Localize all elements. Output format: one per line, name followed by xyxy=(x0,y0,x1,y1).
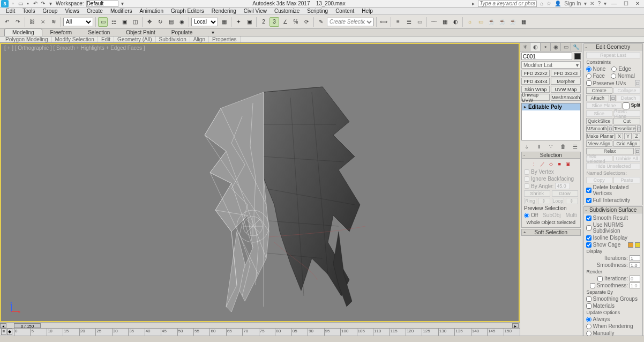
material-editor-icon[interactable]: ◐ xyxy=(451,17,460,27)
star-icon[interactable]: ☆ xyxy=(546,1,551,6)
qat-more-icon[interactable]: ▾ xyxy=(47,1,54,7)
layer-explorer-icon[interactable]: ☰ xyxy=(404,17,414,27)
smooth-result-check[interactable] xyxy=(586,215,591,221)
display-tab-icon[interactable]: ▭ xyxy=(561,43,571,51)
mod-ffd333[interactable]: FFD 3x3x3 xyxy=(551,70,580,77)
remove-mod-icon[interactable]: 🗑 xyxy=(559,143,567,150)
relax-opt-icon[interactable]: □ xyxy=(635,148,640,154)
panel-align[interactable]: Align xyxy=(190,36,209,42)
render-activeshade-icon[interactable]: ☕ xyxy=(508,17,518,27)
subobj-vertex-icon[interactable]: ⋮ xyxy=(530,161,537,167)
angle-snap-icon[interactable]: ∠ xyxy=(280,17,290,27)
undo-icon[interactable]: ↶ xyxy=(2,17,12,27)
timeslider-left-icon[interactable]: ◂ xyxy=(0,323,6,328)
snap-3d-icon[interactable]: 3 xyxy=(269,17,279,27)
upd-whenrender-radio[interactable] xyxy=(586,324,591,329)
attach-button[interactable]: Attach xyxy=(586,95,610,101)
menu-group[interactable]: Group xyxy=(39,8,62,14)
align-icon[interactable]: ≡ xyxy=(393,17,403,27)
display-smoothness-spinner[interactable]: 1.0 xyxy=(630,262,640,268)
render-production-icon[interactable]: ☕ xyxy=(486,17,496,27)
mesh-object[interactable] xyxy=(151,71,376,323)
subobj-polygon-icon[interactable]: ■ xyxy=(556,161,563,167)
panel-subdivision[interactable]: Subdivision xyxy=(156,36,190,42)
qat-save-icon[interactable]: ▪ xyxy=(25,1,31,7)
sep-smgroups-check[interactable] xyxy=(586,296,591,302)
workspace-select[interactable] xyxy=(86,1,118,7)
search-input[interactable] xyxy=(478,1,537,7)
subobj-edge-icon[interactable]: ／ xyxy=(539,161,545,167)
qat-redo-icon[interactable]: ↷ xyxy=(40,1,46,7)
modifier-list-dropdown[interactable]: Modifier List ▾ xyxy=(521,61,581,69)
rollout-subdiv-head[interactable]: -Subdivision Surface xyxy=(583,206,643,213)
qat-undo-icon[interactable]: ↶ xyxy=(32,1,39,7)
bind-icon[interactable]: ≋ xyxy=(49,17,58,27)
move-icon[interactable]: ✥ xyxy=(145,17,154,27)
gridalign-button[interactable]: Grid Align xyxy=(613,140,640,147)
planar-z-button[interactable]: Z xyxy=(633,133,640,139)
render-menu-icon[interactable]: ▦ xyxy=(519,17,528,27)
snap-2d-icon[interactable]: 2 xyxy=(259,17,268,27)
rollout-selection-head[interactable]: -Selection xyxy=(521,152,581,159)
rect-region-icon[interactable]: ▣ xyxy=(119,17,129,27)
constraint-none-radio[interactable] xyxy=(586,66,591,72)
placement-icon[interactable]: ◉ xyxy=(177,17,186,27)
pivot-center-icon[interactable]: ▦ xyxy=(219,17,229,27)
qat-open-icon[interactable]: ▭ xyxy=(17,1,24,7)
scale-icon[interactable]: ▤ xyxy=(166,17,176,27)
preview-off-radio[interactable] xyxy=(524,213,529,218)
menu-help[interactable]: Help xyxy=(358,8,377,14)
curve-editor-icon[interactable]: 〰 xyxy=(429,17,439,27)
mod-meshsmooth[interactable]: MeshSmooth xyxy=(551,94,580,101)
menu-create[interactable]: Create xyxy=(83,8,107,14)
app-icon[interactable]: 3 xyxy=(1,0,9,8)
panel-modifysel[interactable]: Modify Selection xyxy=(52,36,98,42)
menu-rendering[interactable]: Rendering xyxy=(208,8,240,14)
rollout-eg-head[interactable]: -Edit Geometry xyxy=(583,43,643,50)
show-end-icon[interactable]: Ⅱ xyxy=(535,143,543,150)
nurms-check[interactable] xyxy=(586,225,591,231)
create-button[interactable]: Create xyxy=(586,87,613,94)
attach-list-icon[interactable]: □ xyxy=(610,95,616,101)
subobj-border-icon[interactable]: ◇ xyxy=(548,161,554,167)
unique-icon[interactable]: ∵ xyxy=(547,143,555,150)
qat-new-icon[interactable]: ▫ xyxy=(10,1,16,7)
manipulate-icon[interactable]: ✦ xyxy=(234,17,243,27)
time-slider-thumb[interactable]: 0 / 150 xyxy=(14,323,41,328)
object-color-swatch[interactable] xyxy=(574,53,581,60)
keyboard-shortcut-icon[interactable]: ▣ xyxy=(244,17,254,27)
expand-icon[interactable]: ▸ xyxy=(524,105,526,109)
cage-color-1[interactable] xyxy=(628,242,633,248)
timeslider-right-icon[interactable]: ▸ xyxy=(512,323,519,328)
close-button[interactable]: ✕ xyxy=(633,1,642,7)
menu-modifiers[interactable]: Modifiers xyxy=(107,8,136,14)
rotate-icon[interactable]: ↻ xyxy=(155,17,165,27)
hierarchy-tab-icon[interactable]: ⚬ xyxy=(541,43,551,51)
render-frame-icon[interactable]: ▭ xyxy=(476,17,485,27)
help-icon[interactable]: ? xyxy=(597,1,601,6)
spinner-snap-icon[interactable]: ⟳ xyxy=(302,17,311,27)
mod-morpher[interactable]: Morpher xyxy=(551,78,580,85)
utilities-tab-icon[interactable]: 🔧 xyxy=(571,43,581,51)
trackbar-mini-icon[interactable]: ≡ xyxy=(1,329,6,335)
makeplanar-button[interactable]: Make Planar xyxy=(586,133,615,139)
window-crossing-icon[interactable]: ◫ xyxy=(130,17,140,27)
sign-in-link[interactable]: Sign In xyxy=(564,1,581,6)
modify-tab-icon[interactable]: ◐ xyxy=(530,43,541,51)
select-name-icon[interactable]: ☷ xyxy=(109,17,118,27)
maximize-button[interactable]: ☐ xyxy=(621,1,630,7)
tessellate-button[interactable]: Tessellate xyxy=(613,125,636,132)
motion-tab-icon[interactable]: ◉ xyxy=(551,43,561,51)
mod-unwrapuvw[interactable]: Unwrap UVW xyxy=(521,94,550,101)
viewport[interactable]: [ + ] [ Orthographic ] [ Smooth + Highli… xyxy=(0,43,520,322)
tab-modeling[interactable]: Modeling xyxy=(4,28,42,36)
upd-manually-radio[interactable] xyxy=(586,331,591,336)
toggle-ribbon-icon[interactable]: ▭ xyxy=(415,17,424,27)
panel-polymodeling[interactable]: Polygon Modeling xyxy=(2,36,52,42)
panel-geometry[interactable]: Geometry (All) xyxy=(114,36,155,42)
menu-tools[interactable]: Tools xyxy=(19,8,39,14)
render-iterative-icon[interactable]: ☕ xyxy=(497,17,507,27)
workspace-dropdown-icon[interactable]: ▾ xyxy=(119,1,126,7)
tab-populate[interactable]: Populate xyxy=(163,28,200,36)
selection-filter[interactable]: All xyxy=(63,18,93,26)
